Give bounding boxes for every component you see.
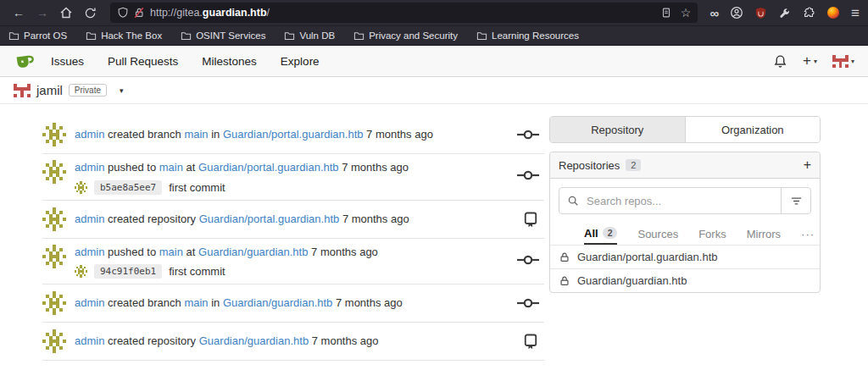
tab-repository[interactable]: Repository <box>550 117 685 142</box>
back-icon[interactable]: ← <box>8 3 29 23</box>
bookmark-hack-the-box[interactable]: Hack The Box <box>86 30 162 41</box>
wrench-icon[interactable] <box>778 7 791 19</box>
actor-avatar[interactable] <box>42 291 66 315</box>
bookmark-star-icon[interactable]: ☆ <box>681 7 692 19</box>
bookmark-label: Privacy and Security <box>369 30 458 41</box>
feed-time: 7 months ago <box>336 296 403 309</box>
repo-book-icon <box>522 331 539 351</box>
actor-avatar[interactable] <box>42 207 66 231</box>
ublock-icon[interactable] <box>754 7 767 19</box>
feed-action-text: pushed to <box>108 161 156 174</box>
folder-icon <box>181 31 192 41</box>
folder-icon <box>284 31 295 41</box>
feed-body: admin created branch main in Guardian/po… <box>75 126 509 143</box>
insecure-lock-icon[interactable] <box>133 7 145 19</box>
notifications-bell-icon[interactable] <box>773 54 787 69</box>
repo-list-item[interactable]: Guardian/portal.guardian.htb <box>550 245 820 268</box>
url-suffix: / <box>267 7 270 19</box>
feed-row: admin created repository Guardian/guardi… <box>42 323 544 361</box>
reader-mode-icon[interactable] <box>660 7 672 19</box>
tab-organization[interactable]: Organization <box>685 117 821 142</box>
feed-user-link[interactable]: admin <box>75 213 104 225</box>
repo-search-input[interactable] <box>585 194 773 208</box>
context-switcher-caret[interactable]: ▾ <box>120 86 124 95</box>
nav-item-pull-requests[interactable]: Pull Requests <box>108 55 178 68</box>
nav-item-explore[interactable]: Explore <box>281 55 320 68</box>
feed-branch-link[interactable]: main <box>184 128 208 141</box>
nav-item-issues[interactable]: Issues <box>51 55 84 68</box>
gitea-logo[interactable] <box>14 51 34 71</box>
filter-tab-all[interactable]: All 2 <box>584 223 617 245</box>
bookmark-osint-services[interactable]: OSINT Services <box>181 30 265 41</box>
feed-repo-link[interactable]: Guardian/portal.guardian.htb <box>198 161 339 174</box>
feed-user-link[interactable]: admin <box>75 246 104 258</box>
feed-line: admin created branch main in Guardian/gu… <box>75 295 509 312</box>
filter-tab-mirrors[interactable]: Mirrors <box>747 223 781 245</box>
ellipsis-icon[interactable]: ··· <box>801 223 815 245</box>
shield-icon[interactable] <box>117 7 129 19</box>
dashboard-main: admin created branch main in Guardian/po… <box>0 104 868 361</box>
bookmark-vuln-db[interactable]: Vuln DB <box>284 30 335 41</box>
profile-menu[interactable]: ▾ <box>832 54 854 69</box>
url-domain: guardian.htb <box>203 7 267 19</box>
bookmark-parrot-os[interactable]: Parrot OS <box>8 30 67 41</box>
filter-tab-sources[interactable]: Sources <box>637 223 678 245</box>
commit-line: 94c91f0eb1 first commit <box>75 264 509 279</box>
git-commit-icon <box>517 293 539 313</box>
folder-icon <box>476 31 487 41</box>
activity-feed: admin created branch main in Guardian/po… <box>42 116 544 361</box>
home-icon[interactable] <box>56 3 76 23</box>
actor-avatar[interactable] <box>42 329 66 353</box>
feed-user-link[interactable]: admin <box>75 334 104 347</box>
bookmark-label: OSINT Services <box>196 30 265 41</box>
forward-icon[interactable]: → <box>32 3 53 23</box>
feed-connector-text: at <box>186 246 196 258</box>
repositories-count-badge: 2 <box>626 159 641 171</box>
feed-repo-link[interactable]: Guardian/guardian.htb <box>199 334 309 347</box>
feed-action-text: created branch <box>108 296 181 309</box>
nav-item-milestones[interactable]: Milestones <box>202 55 257 68</box>
bookmark-label: Learning Resources <box>492 30 579 41</box>
feed-repo-link[interactable]: Guardian/portal.guardian.htb <box>199 213 340 225</box>
filter-tab-forks[interactable]: Forks <box>698 223 726 245</box>
commit-message: first commit <box>169 181 225 194</box>
bookmark-privacy-and-security[interactable]: Privacy and Security <box>353 30 458 41</box>
commit-hash-link[interactable]: b5ae8a5ee7 <box>94 180 162 195</box>
filter-tab-label: All <box>584 227 598 240</box>
feed-repo-link[interactable]: Guardian/guardian.htb <box>223 296 332 309</box>
repo-link[interactable]: Guardian/portal.guardian.htb <box>577 251 718 263</box>
url-bar[interactable]: http://gitea.guardian.htb/ ☆ <box>110 3 698 23</box>
repo-filter-button[interactable] <box>781 187 811 214</box>
actor-avatar[interactable] <box>42 245 66 268</box>
actor-avatar[interactable] <box>42 160 66 184</box>
feed-branch-link[interactable]: main <box>184 296 208 309</box>
repo-filter-tabs: All 2 Sources Forks Mirrors ··· <box>550 223 820 245</box>
repo-list-item[interactable]: Guardian/guardian.htb <box>550 268 820 292</box>
feed-body: admin created repository Guardian/guardi… <box>75 333 514 350</box>
feed-repo-link[interactable]: Guardian/guardian.htb <box>198 246 308 258</box>
feed-line: admin pushed to main at Guardian/portal.… <box>75 159 509 176</box>
repo-link[interactable]: Guardian/guardian.htb <box>577 274 687 287</box>
feed-repo-link[interactable]: Guardian/portal.guardian.htb <box>223 128 364 141</box>
feed-user-link[interactable]: admin <box>75 296 104 309</box>
refresh-icon[interactable] <box>80 3 100 23</box>
puzzle-icon[interactable] <box>802 6 815 19</box>
feed-body: admin created repository Guardian/portal… <box>75 211 514 228</box>
bookmark-label: Hack The Box <box>101 30 162 41</box>
bookmark-learning-resources[interactable]: Learning Resources <box>476 30 579 41</box>
feed-row: admin pushed to main at Guardian/guardia… <box>42 239 544 285</box>
new-repository-button[interactable]: + <box>804 158 811 172</box>
actor-avatar[interactable] <box>42 123 66 146</box>
create-new-menu[interactable]: + ▾ <box>803 52 817 69</box>
feed-branch-link[interactable]: main <box>159 246 183 258</box>
feed-branch-link[interactable]: main <box>159 161 183 174</box>
account-icon[interactable] <box>730 6 743 19</box>
infinity-icon[interactable]: ∞ <box>709 7 719 19</box>
lock-icon <box>559 275 570 287</box>
firefox-icon[interactable] <box>826 6 840 19</box>
commit-hash-link[interactable]: 94c91f0eb1 <box>94 264 162 279</box>
feed-user-link[interactable]: admin <box>75 161 104 174</box>
repositories-panel: Repositories 2 + All 2 Sources Fo <box>549 152 821 293</box>
feed-user-link[interactable]: admin <box>75 128 104 141</box>
menu-icon[interactable]: ≡ <box>851 6 860 20</box>
